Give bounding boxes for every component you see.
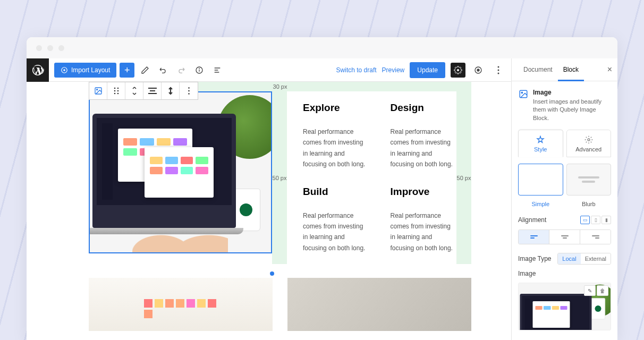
- tab-block[interactable]: Block: [558, 58, 584, 81]
- image-block-secondary[interactable]: [89, 278, 273, 331]
- svg-point-16: [117, 88, 118, 89]
- import-layout-button[interactable]: Import Layout: [54, 63, 116, 78]
- hands-graphic: [132, 212, 228, 252]
- svg-point-4: [199, 69, 200, 69]
- block-info: Image Insert images and beautify them wi…: [518, 88, 611, 130]
- spacer-col-right[interactable]: 50 px: [456, 91, 471, 264]
- device-tablet-icon[interactable]: ▯: [591, 216, 600, 224]
- feature-cell[interactable]: DesignReal performance comes from invest…: [391, 102, 457, 170]
- traffic-light-close[interactable]: [36, 45, 42, 51]
- import-layout-label: Import Layout: [71, 66, 110, 74]
- gear-icon: [584, 135, 593, 144]
- svg-rect-22: [150, 90, 155, 91]
- feature-title: Explore: [303, 102, 369, 114]
- device-mobile-icon[interactable]: ▮: [601, 216, 611, 224]
- traffic-light-minimize[interactable]: [47, 45, 53, 51]
- update-button[interactable]: Update: [410, 62, 445, 78]
- svg-point-25: [188, 87, 190, 89]
- vertical-align-icon[interactable]: [162, 82, 180, 99]
- text-grid: ExploreReal performance comes from inves…: [287, 91, 456, 264]
- block-toolbar: [89, 82, 198, 100]
- move-arrows-icon[interactable]: [125, 82, 143, 99]
- qubely-settings-icon[interactable]: [471, 63, 486, 78]
- feature-title: Design: [391, 102, 457, 114]
- align-center-button[interactable]: [549, 230, 580, 244]
- wordpress-logo[interactable]: [27, 58, 49, 82]
- svg-rect-21: [148, 88, 157, 89]
- svg-point-17: [114, 90, 115, 92]
- traffic-light-zoom[interactable]: [58, 45, 64, 51]
- undo-icon[interactable]: [156, 63, 171, 78]
- layout-option-simple[interactable]: Simple: [518, 164, 563, 208]
- info-icon[interactable]: [192, 63, 207, 78]
- image-preview[interactable]: ✎ 🗑: [518, 283, 611, 330]
- feature-title: Build: [303, 186, 369, 198]
- svg-point-26: [188, 90, 190, 92]
- feature-body: Real performance comes from investing in…: [303, 210, 369, 254]
- image-block-secondary[interactable]: [287, 278, 471, 331]
- sidebar-tabs: Document Block ×: [512, 58, 617, 81]
- outline-icon[interactable]: [210, 63, 225, 78]
- style-icon: [536, 135, 545, 144]
- redo-icon[interactable]: [174, 63, 189, 78]
- selected-image-block[interactable]: [89, 91, 272, 253]
- close-sidebar-icon[interactable]: ×: [607, 65, 612, 74]
- feature-body: Real performance comes from investing in…: [303, 126, 369, 170]
- image-type-local[interactable]: Local: [558, 253, 580, 264]
- edit-image-icon[interactable]: ✎: [584, 285, 596, 296]
- svg-point-19: [114, 93, 115, 95]
- alignment-buttons: [518, 230, 611, 244]
- svg-point-15: [114, 88, 115, 89]
- feature-body: Real performance comes from investing in…: [391, 210, 457, 254]
- spacer-col-left[interactable]: 50 px: [272, 91, 287, 264]
- svg-point-30: [588, 139, 590, 141]
- svg-point-1: [63, 69, 65, 71]
- browser-chrome: [27, 37, 617, 58]
- panel-tab-advanced[interactable]: Advanced: [566, 130, 612, 157]
- svg-point-27: [188, 93, 190, 95]
- more-menu-icon[interactable]: [491, 63, 506, 78]
- feature-body: Real performance comes from investing in…: [391, 126, 457, 170]
- feature-cell[interactable]: ImproveReal performance comes from inves…: [391, 186, 457, 254]
- add-block-button[interactable]: +: [120, 63, 134, 78]
- block-description: Insert images and beautify them with Qub…: [533, 98, 611, 122]
- svg-rect-23: [148, 93, 157, 94]
- feature-title: Improve: [391, 186, 457, 198]
- block-type-icon[interactable]: [89, 82, 107, 99]
- panel-tab-style[interactable]: Style: [518, 130, 563, 157]
- svg-point-10: [498, 66, 499, 67]
- editor-canvas[interactable]: 30 px: [49, 82, 511, 340]
- tab-document[interactable]: Document: [518, 58, 558, 81]
- edit-icon[interactable]: [138, 63, 152, 78]
- image-type-external[interactable]: External: [581, 253, 611, 264]
- delete-image-icon[interactable]: 🗑: [597, 285, 608, 296]
- svg-point-20: [117, 93, 118, 95]
- switch-to-draft-button[interactable]: Switch to draft: [336, 66, 377, 74]
- device-desktop-icon[interactable]: ▭: [580, 216, 590, 224]
- laptop-graphic: [92, 114, 236, 228]
- settings-icon[interactable]: [451, 63, 465, 78]
- image-block-icon: [518, 89, 529, 99]
- svg-point-14: [96, 89, 97, 90]
- layout-option-blurb[interactable]: Blurb: [566, 164, 612, 208]
- feature-cell[interactable]: ExploreReal performance comes from inves…: [303, 102, 369, 170]
- alignment-label: Alignment: [518, 216, 546, 224]
- editor-toolbar: Import Layout + Switch to draft Preview …: [49, 58, 511, 82]
- image-field-label: Image: [518, 270, 536, 277]
- align-right-button[interactable]: [580, 230, 611, 244]
- svg-point-11: [498, 69, 499, 71]
- align-left-button[interactable]: [519, 230, 549, 244]
- block-more-icon[interactable]: [180, 82, 198, 99]
- block-name: Image: [533, 89, 611, 96]
- preview-button[interactable]: Preview: [382, 66, 405, 74]
- feature-cell[interactable]: BuildReal performance comes from investi…: [303, 186, 369, 254]
- qubely-icon: [61, 66, 68, 74]
- svg-point-9: [477, 69, 479, 71]
- drag-handle-icon[interactable]: [107, 82, 125, 99]
- svg-point-12: [498, 72, 499, 74]
- align-wide-icon[interactable]: [143, 82, 162, 99]
- image-type-label: Image Type: [518, 255, 551, 262]
- settings-sidebar: Document Block × Image Insert images and…: [511, 58, 617, 340]
- browser-window: Import Layout + Switch to draft Preview …: [27, 37, 617, 340]
- svg-point-18: [117, 90, 118, 92]
